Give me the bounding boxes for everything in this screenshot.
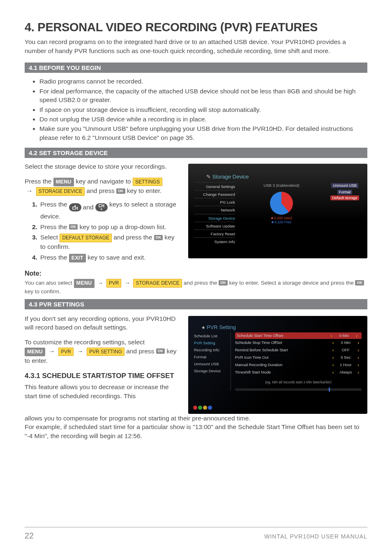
text: and press the — [113, 234, 152, 241]
text: key to enter. Select a storage device an… — [229, 280, 353, 286]
storage-device-screenshot: Storage Device General Settings Change P… — [188, 164, 367, 258]
mock-menu-item: Network — [194, 206, 235, 214]
mock2-footnote: (eg. Min all records start x Min later/e… — [235, 380, 362, 384]
chevron-right-icon: › — [355, 340, 362, 345]
text: key and navigate to — [76, 178, 131, 185]
before-you-begin-list: Radio programs cannot be recorded. For i… — [25, 77, 367, 142]
ok-key-badge: OK — [154, 235, 163, 240]
row-label: Schedule Stop Time OffSet — [235, 340, 330, 345]
mock2-title: PVR Setting — [201, 324, 362, 330]
mock2-rows: Schedule Start Time Offset ‹ 0 Min › Sch… — [235, 332, 362, 391]
text: You can also select — [25, 280, 72, 286]
pvr-settings-p1: If you don't set any recording options, … — [25, 314, 181, 332]
mock2-row-highlight: Schedule Start Time Offset ‹ 0 Min › — [235, 332, 362, 339]
mock-menu-item: PG Lock — [194, 198, 235, 206]
mock-center: USB 3 (Kablendend) ■ 0.160 Used ■ 0.100 … — [241, 182, 322, 245]
chevron-left-icon: ‹ — [328, 333, 335, 338]
list-item: For ideal performance, the capacity of t… — [39, 87, 367, 104]
page-number: 22 — [25, 531, 34, 541]
text: Select — [40, 234, 58, 241]
chevron-right-icon: › — [355, 370, 362, 375]
text: Press the — [40, 254, 67, 261]
manual-title: WINTAL PVR10HD USER MANUAL — [264, 533, 367, 540]
offset-body-continuation: allows you to compensate for programs no… — [25, 414, 367, 423]
pvr-badge: PVR — [58, 348, 74, 356]
menu-key-badge: MENU — [25, 348, 45, 357]
pvr-setting-badge: PVR SETTING — [87, 348, 125, 356]
mock-right-item: Unmount USB — [331, 183, 358, 188]
row-label: Manual Recording Duration — [235, 362, 330, 367]
and-label: and — [83, 203, 94, 212]
pvr-badge: PVR — [106, 279, 122, 288]
section-heading-4-1: 4.1 BEFORE YOU BEGIN — [25, 63, 367, 73]
list-item: Radio programs cannot be recorded. — [39, 77, 367, 86]
row-label: Schedule Start Time Offset — [237, 333, 328, 338]
text: key to save and exit. — [88, 254, 145, 261]
chevron-right-icon: › — [355, 362, 362, 367]
text: and press the — [184, 280, 217, 286]
storage-device-instruction: → STORAGE DEVICE and press OK key to ent… — [25, 186, 181, 196]
storage-device-badge: STORAGE DEVICE — [36, 187, 85, 196]
mock-right-item: Format — [337, 190, 353, 195]
chevron-left-icon: ‹ — [330, 355, 337, 360]
page-footer: 22 WINTAL PVR10HD USER MANUAL — [25, 531, 367, 541]
ok-key-badge: OK — [116, 188, 125, 194]
text: key to confirm. — [25, 288, 61, 295]
color-button-icons — [193, 406, 212, 410]
text: Press the — [40, 201, 67, 208]
intro-paragraph: You can record programs on to the integr… — [25, 37, 367, 55]
pvr-setting-screenshot: PVR Setting Schedule List PVR Setting Re… — [188, 316, 367, 414]
press-menu-instruction: Press the MENU key and navigate to SETTI… — [25, 177, 181, 187]
mock2-scrubber — [235, 388, 362, 391]
ch-label: CH — [72, 206, 78, 211]
yellow-dot-icon — [203, 406, 207, 410]
note-body: You can also select MENU → PVR → STORAGE… — [25, 279, 367, 295]
note-heading: Note: — [25, 270, 367, 277]
mock-menu-item: Software Update — [194, 222, 235, 230]
default-storage-badge: DEFAULT STORAGE — [60, 234, 112, 242]
row-value: 5 Sec — [336, 355, 355, 360]
offset-body-1-partial: This feature allows you to decrease or i… — [25, 383, 181, 400]
arrow-icon: → — [48, 347, 55, 356]
step-number: 4. — [32, 253, 40, 263]
chevron-left-icon: ‹ — [330, 340, 337, 345]
page-title: 4. PERSONAL VIDEO RECORDING (PVR) FEATUR… — [25, 21, 367, 34]
text: key to pop up a drop-down list. — [80, 223, 166, 230]
text: and press — [126, 348, 154, 355]
step-number: 2. — [32, 223, 40, 232]
mock2-row: Remind Before Schedule Start ‹ OFF › — [235, 346, 362, 354]
channel-down-key-icon: CH — [95, 203, 108, 211]
ok-key-badge: OK — [355, 280, 364, 285]
mock2-row: PVR Icon Time Out ‹ 5 Sec › — [235, 354, 362, 361]
row-value: OFF — [336, 348, 355, 352]
mock-right-item-active: Default storage — [330, 195, 359, 200]
footer-rule — [25, 527, 367, 527]
mock-device-label: USB 3 (Kablendend) — [241, 183, 322, 188]
chevron-right-icon: › — [355, 355, 362, 360]
mock-menu-item: General Settings — [194, 182, 235, 190]
text: and press — [87, 187, 115, 194]
row-label: Remind Before Schedule Start — [235, 348, 330, 352]
mock-menu-item: Factory Reset — [194, 230, 235, 237]
mock-menu-item: Change Password — [194, 190, 235, 198]
mock-right-menu: Unmount USB Format Default storage — [328, 182, 362, 245]
text: Press the — [40, 223, 67, 230]
chevron-left-icon: ‹ — [330, 348, 337, 353]
mock-left-menu: General Settings Change Password PG Lock… — [194, 182, 235, 245]
mock-title: Storage Device — [206, 174, 362, 180]
mock2-menu-item: Recording Info — [194, 346, 228, 353]
chevron-left-icon: ‹ — [330, 370, 337, 375]
step-1: 1. Press the CH and CH keys to select a … — [32, 200, 181, 221]
list-item: Do not unplug the USB device while a rec… — [39, 115, 367, 123]
subsection-heading-431: 4.3.1 SCHEDULE START/STOP TIME OFFSET — [25, 372, 181, 380]
channel-up-key-icon: CH — [69, 203, 81, 211]
storage-lead: Select the storage device to store your … — [25, 162, 181, 171]
mock2-row: Manual Recording Duration ‹ 1 Hour › — [235, 361, 362, 369]
exit-key-badge: EXIT — [69, 254, 86, 263]
step-number: 1. — [32, 200, 40, 221]
pvr-settings-p2: To customize the recording settings, sel… — [25, 338, 181, 365]
row-value: 1 Hour — [336, 362, 355, 367]
pie-chart-icon — [270, 192, 293, 215]
menu-key-badge: MENU — [53, 178, 74, 187]
text: To customize the recording settings, sel… — [25, 339, 145, 346]
